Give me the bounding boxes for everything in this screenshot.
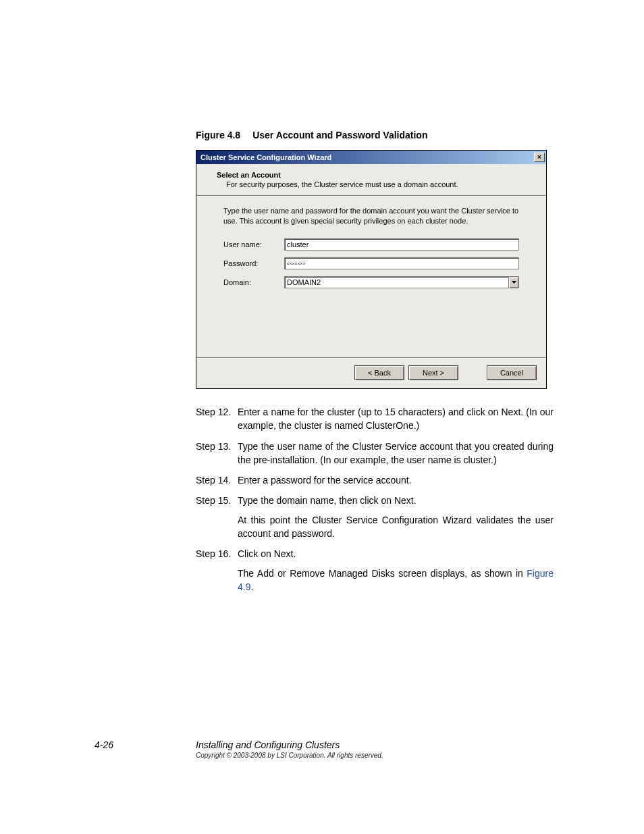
figure-label: Figure 4.8 bbox=[196, 130, 240, 140]
chevron-down-icon bbox=[512, 281, 516, 284]
step-body: Click on Next. The Add or Remove Managed… bbox=[238, 547, 554, 594]
page-number: 4-26 bbox=[95, 739, 113, 750]
steps-list: Step 12. Enter a name for the cluster (u… bbox=[196, 405, 554, 594]
domain-label: Domain: bbox=[223, 278, 284, 286]
dialog-titlebar: Cluster Service Configuration Wizard × bbox=[196, 151, 546, 164]
wizard-dialog: Cluster Service Configuration Wizard × S… bbox=[196, 150, 547, 389]
figure-caption: Figure 4.8User Account and Password Vali… bbox=[196, 130, 554, 140]
back-button[interactable]: < Back bbox=[354, 365, 404, 380]
footer-copyright: Copyright © 2003-2008 by LSI Corporation… bbox=[196, 752, 383, 759]
dialog-instruction: Type the user name and password for the … bbox=[223, 206, 519, 226]
username-input[interactable] bbox=[284, 238, 519, 251]
step-label: Step 14. bbox=[196, 473, 238, 487]
domain-combobox[interactable] bbox=[284, 276, 519, 288]
step-label: Step 16. bbox=[196, 547, 238, 594]
step-label: Step 15. bbox=[196, 494, 238, 540]
dialog-title: Cluster Service Configuration Wizard bbox=[200, 153, 534, 161]
next-button[interactable]: Next > bbox=[408, 365, 458, 380]
domain-row: Domain: bbox=[223, 276, 519, 288]
step-label: Step 13. bbox=[196, 440, 238, 467]
dialog-subheading: For security purposes, the Cluster servi… bbox=[226, 180, 526, 188]
step-12: Step 12. Enter a name for the cluster (u… bbox=[196, 405, 554, 433]
step-body: Type the domain name, then click on Next… bbox=[238, 494, 554, 540]
step-16: Step 16. Click on Next. The Add or Remov… bbox=[196, 547, 554, 594]
step-body: Enter a name for the cluster (up to 15 c… bbox=[238, 405, 554, 433]
dialog-body: Type the user name and password for the … bbox=[196, 196, 546, 358]
step-14: Step 14. Enter a password for the servic… bbox=[196, 473, 554, 487]
domain-dropdown-button[interactable] bbox=[508, 276, 519, 288]
password-row: Password: bbox=[223, 257, 519, 269]
domain-input[interactable] bbox=[284, 276, 508, 288]
document-page: Figure 4.8User Account and Password Vali… bbox=[0, 0, 644, 834]
close-icon: × bbox=[537, 154, 541, 161]
close-button[interactable]: × bbox=[534, 153, 545, 162]
dialog-button-row: < Back Next > Cancel bbox=[196, 358, 546, 388]
step-label: Step 12. bbox=[196, 405, 238, 433]
svg-marker-0 bbox=[512, 281, 516, 284]
dialog-heading: Select an Account bbox=[217, 171, 526, 179]
password-label: Password: bbox=[223, 259, 284, 267]
step-13: Step 13. Type the user name of the Clust… bbox=[196, 440, 554, 467]
figure-title: User Account and Password Validation bbox=[252, 130, 427, 140]
username-row: User name: bbox=[223, 238, 519, 251]
step-15: Step 15. Type the domain name, then clic… bbox=[196, 494, 554, 540]
step-body: Enter a password for the service account… bbox=[238, 473, 554, 487]
step-body: Type the user name of the Cluster Servic… bbox=[238, 440, 554, 467]
password-input[interactable] bbox=[284, 257, 519, 269]
username-label: User name: bbox=[223, 240, 284, 249]
footer-title: Installing and Configuring Clusters bbox=[196, 739, 340, 750]
main-content: Figure 4.8User Account and Password Vali… bbox=[196, 130, 554, 600]
dialog-header-pane: Select an Account For security purposes,… bbox=[196, 164, 546, 196]
cancel-button[interactable]: Cancel bbox=[487, 365, 537, 380]
